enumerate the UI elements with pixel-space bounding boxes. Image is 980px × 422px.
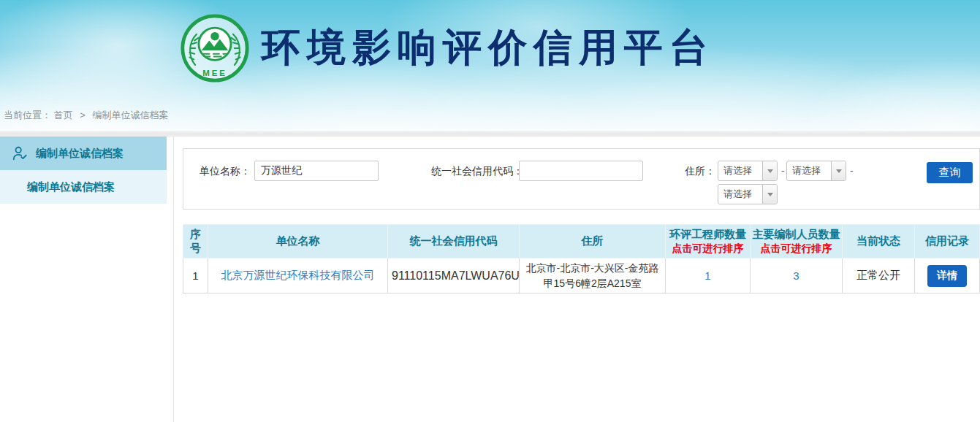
col-address: 住所 [520, 225, 666, 258]
breadcrumb-prefix: 当前位置： [4, 110, 51, 120]
main-content: 单位名称： 统一社会信用代码： 住所： 请选择 - 请选择 - 请选择 [173, 137, 980, 422]
chevron-down-icon[interactable] [831, 161, 846, 180]
col-engineer-count-label: 环评工程师数量 [669, 228, 746, 240]
col-company: 单位名称 [208, 225, 388, 258]
address-label: 住所： [685, 161, 715, 181]
breadcrumb-separator: > [80, 110, 86, 120]
credit-code-value: 91110115MA7LWUA76U [392, 269, 520, 282]
address-separator: - [781, 161, 785, 181]
table-header-row: 序号 单位名称 统一社会信用代码 住所 环评工程师数量 点击可进行排序 主要编制… [183, 225, 980, 258]
province-select[interactable]: 请选择 [718, 161, 778, 181]
detail-button[interactable]: 详情 [927, 265, 967, 287]
row-index: 1 [183, 258, 208, 294]
site-title: 环境影响评价信用平台 [262, 22, 715, 74]
district-select-value: 请选择 [718, 185, 762, 204]
sidebar-group-credit-archive[interactable]: 编制单位诚信档案 [0, 137, 167, 170]
header-banner: MEE 环境影响评价信用平台 当前位置： 首页 > 编制单位诚信档案 [0, 0, 980, 131]
credit-code-label: 统一社会信用代码： [431, 161, 523, 181]
col-engineer-count-sort[interactable]: 环评工程师数量 点击可进行排序 [666, 225, 751, 258]
sort-hint: 点击可进行排序 [752, 242, 840, 256]
results-table: 序号 单位名称 统一社会信用代码 住所 环评工程师数量 点击可进行排序 主要编制… [183, 224, 980, 294]
col-index: 序号 [183, 225, 208, 258]
company-name-label: 单位名称： [200, 161, 251, 181]
status-value: 正常公开 [843, 258, 915, 294]
table-row: 1 北京万源世纪环保科技有限公司 91110115MA7LWUA76U 北京市-… [183, 258, 980, 294]
address-value: 北京市-北京市-大兴区-金苑路甲15号6幢2层A215室 [520, 258, 666, 294]
sort-hint: 点击可进行排序 [667, 242, 748, 256]
body: 编制单位诚信档案 编制单位诚信档案 单位名称： 统一社会信用代码： 住所： 请选… [0, 137, 980, 422]
breadcrumb-home-link[interactable]: 首页 [54, 110, 73, 120]
district-select[interactable]: 请选择 [718, 184, 778, 204]
logo-text: MEE [202, 69, 227, 77]
chevron-down-icon[interactable] [762, 161, 777, 180]
page: MEE 环境影响评价信用平台 当前位置： 首页 > 编制单位诚信档案 编制单位诚… [0, 0, 980, 422]
divider-strip [0, 131, 980, 137]
sidebar-item-label: 编制单位诚信档案 [27, 180, 115, 194]
search-panel: 单位名称： 统一社会信用代码： 住所： 请选择 - 请选择 - 请选择 [183, 148, 980, 210]
sidebar-group-label: 编制单位诚信档案 [36, 147, 124, 161]
company-link[interactable]: 北京万源世纪环保科技有限公司 [221, 269, 375, 281]
col-staff-count-label: 主要编制人员数量 [753, 228, 840, 240]
city-select[interactable]: 请选择 [786, 161, 846, 181]
province-select-value: 请选择 [718, 161, 762, 180]
col-status: 当前状态 [843, 225, 915, 258]
col-credit-code: 统一社会信用代码 [388, 225, 520, 258]
col-staff-count-sort[interactable]: 主要编制人员数量 点击可进行排序 [751, 225, 843, 258]
brand: MEE 环境影响评价信用平台 [180, 13, 715, 83]
sidebar: 编制单位诚信档案 编制单位诚信档案 [0, 137, 167, 422]
sidebar-item-credit-archive[interactable]: 编制单位诚信档案 [0, 170, 167, 204]
city-select-value: 请选择 [787, 161, 831, 180]
chevron-down-icon[interactable] [762, 185, 777, 204]
company-name-input[interactable] [254, 161, 379, 181]
address-separator: - [850, 161, 854, 181]
breadcrumb: 当前位置： 首页 > 编制单位诚信档案 [4, 109, 168, 122]
breadcrumb-current: 编制单位诚信档案 [92, 110, 168, 120]
mee-logo-icon: MEE [180, 13, 250, 83]
credit-code-input[interactable] [519, 161, 643, 181]
user-check-icon [12, 145, 28, 161]
engineer-count-link[interactable]: 1 [704, 269, 710, 282]
col-credit-record: 信用记录 [915, 225, 980, 258]
staff-count-link[interactable]: 3 [793, 269, 799, 282]
query-button[interactable]: 查询 [927, 162, 973, 183]
